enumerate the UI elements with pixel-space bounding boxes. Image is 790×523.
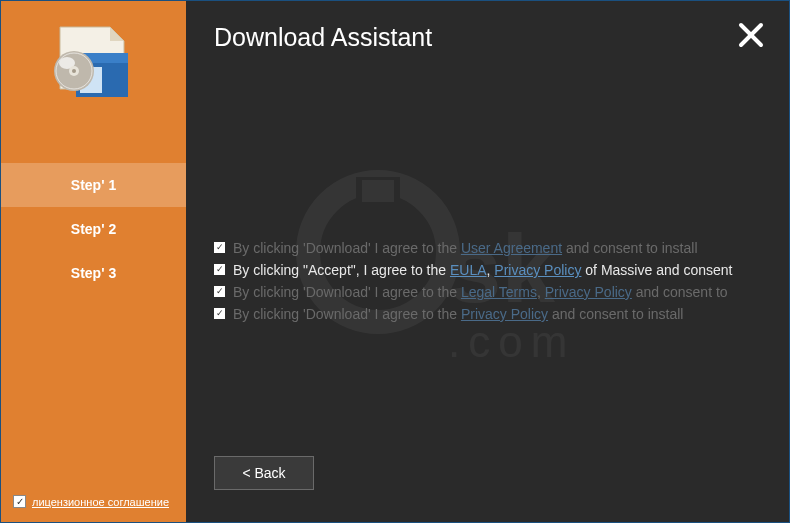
agreement-text: By clicking 'Download' I agree to the Pr… [233,303,765,325]
agreement-text: By clicking "Accept", I agree to the EUL… [233,259,765,281]
agreement-link[interactable]: Privacy Policy [545,284,632,300]
svg-point-9 [72,69,76,73]
back-button-label: < Back [242,465,285,481]
agreement-line: ✓By clicking 'Download' I agree to the P… [214,303,765,325]
sidebar: Step' 1 Step' 2 Step' 3 ✓ лицензионное с… [1,1,186,522]
installer-window: Step' 1 Step' 2 Step' 3 ✓ лицензионное с… [0,0,790,523]
agreement-text: By clicking 'Download' I agree to the Le… [233,281,765,303]
agreement-text: By clicking 'Download' I agree to the Us… [233,237,765,259]
step-2[interactable]: Step' 2 [1,207,186,251]
agreement-link[interactable]: Privacy Policy [461,306,548,322]
license-agreement-row: ✓ лицензионное соглашение [13,495,169,508]
step-label: Step' 3 [71,265,116,281]
license-checkbox[interactable]: ✓ [13,495,26,508]
installer-package-icon [54,23,134,103]
close-button[interactable] [737,21,765,49]
step-label: Step' 1 [71,177,116,193]
step-label: Step' 2 [71,221,116,237]
svg-rect-12 [362,180,394,202]
agreement-link[interactable]: Privacy Policy [494,262,581,278]
step-3[interactable]: Step' 3 [1,251,186,295]
agreement-link[interactable]: Legal Terms [461,284,537,300]
license-link[interactable]: лицензионное соглашение [32,496,169,508]
step-list: Step' 1 Step' 2 Step' 3 [1,163,186,295]
main-panel: sk .com Download Assistant ✓By clicking … [186,1,789,522]
step-1[interactable]: Step' 1 [1,163,186,207]
svg-marker-1 [110,27,124,41]
svg-rect-11 [356,177,400,217]
agreement-line: ✓By clicking 'Download' I agree to the U… [214,237,765,259]
agreement-line: ✓By clicking 'Download' I agree to the L… [214,281,765,303]
page-title: Download Assistant [214,23,432,52]
back-button[interactable]: < Back [214,456,314,490]
agreement-line: ✓By clicking "Accept", I agree to the EU… [214,259,765,281]
agreement-checkbox[interactable]: ✓ [214,308,225,319]
agreements-list: ✓By clicking 'Download' I agree to the U… [214,237,765,325]
agreement-checkbox[interactable]: ✓ [214,242,225,253]
agreement-link[interactable]: EULA [450,262,487,278]
close-icon [737,21,765,49]
agreement-checkbox[interactable]: ✓ [214,264,225,275]
agreement-link[interactable]: User Agreement [461,240,562,256]
agreement-checkbox[interactable]: ✓ [214,286,225,297]
